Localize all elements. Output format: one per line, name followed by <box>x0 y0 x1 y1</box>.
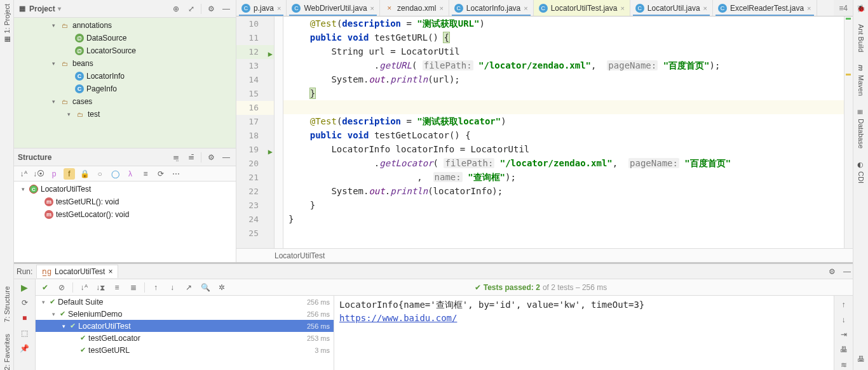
code-line[interactable]: @Test(description = "测试获取URL") <box>283 17 844 30</box>
maven-tool-button[interactable]: mMaven <box>857 63 865 96</box>
test-row[interactable]: ✔testGetLocator253 ms <box>36 332 334 344</box>
favorites-tool-button[interactable]: 2: Favorites <box>3 334 11 370</box>
show-inherited-icon[interactable]: 🔒 <box>79 168 90 180</box>
gutter-line[interactable]: 19▶ <box>236 143 274 157</box>
close-icon[interactable]: × <box>370 4 374 12</box>
editor-tab[interactable]: CLocatorUtilTest.java× <box>534 0 630 16</box>
code-line[interactable] <box>283 226 844 240</box>
error-stripe[interactable] <box>844 17 853 248</box>
code-line[interactable]: LocatorInfo locatorInfo = LocatorUtil <box>283 142 844 156</box>
tree-item[interactable]: ▾🗀beans <box>14 57 236 70</box>
close-icon[interactable]: × <box>277 4 281 12</box>
sort-alpha-icon[interactable]: ↓ᴬ <box>18 168 29 180</box>
scroll-top-icon[interactable]: ↑ <box>838 300 850 310</box>
expand-icon[interactable]: ≡ <box>140 168 151 180</box>
tree-item[interactable]: ▾🗀test <box>14 108 236 121</box>
show-anon-icon[interactable]: ○ <box>94 168 105 180</box>
fold-column[interactable] <box>275 17 283 248</box>
locate-icon[interactable]: ⊕ <box>170 3 182 15</box>
test-row[interactable]: ▾✔LocatorUtilTest256 ms <box>36 320 334 332</box>
stop-icon[interactable]: ■ <box>19 312 31 324</box>
code-line[interactable]: } <box>283 86 844 100</box>
autoscroll-source-icon[interactable]: ⋯ <box>170 168 182 180</box>
bug-icon[interactable]: 🐞 <box>857 4 865 13</box>
code-line[interactable]: @Test(description = "测试获取locator") <box>283 114 844 128</box>
chevron-icon[interactable]: ▾ <box>50 98 57 105</box>
toggle-auto-icon[interactable]: ⟳ <box>19 297 31 308</box>
tree-item[interactable]: CPageInfo <box>14 83 236 95</box>
collapse-icon[interactable]: ⤢ <box>186 3 197 15</box>
code-line[interactable]: .getURL( filePath: "/locator/zendao.xml"… <box>283 58 844 72</box>
show-passed-icon[interactable]: ✔ <box>39 282 51 293</box>
chevron-icon[interactable]: ▾ <box>60 323 67 329</box>
ant-tool-button[interactable]: Ant Build <box>857 24 865 52</box>
tree-item[interactable]: @DataSource <box>14 32 236 44</box>
run-tab[interactable]: n̲gLocatorUtilTest× <box>36 265 118 278</box>
editor-tab[interactable]: CExcelReaderTest.java× <box>713 0 817 16</box>
code-line[interactable]: String url = LocatorUtil <box>283 44 844 58</box>
sort-icon[interactable]: ↓ᴬ <box>78 282 90 293</box>
gutter-line[interactable]: 14 <box>236 73 274 87</box>
project-tool-button[interactable]: ▦1: Project <box>3 4 11 44</box>
tree-item[interactable]: mtestGetLocator(): void <box>14 208 236 221</box>
gutter-line[interactable]: 25 <box>236 227 274 241</box>
test-tree[interactable]: ▾✔Default Suite256 ms▾✔SeleniumDemo256 m… <box>36 296 334 370</box>
close-icon[interactable]: × <box>108 267 112 276</box>
gear-icon[interactable]: ⚙ <box>205 3 217 15</box>
code-line[interactable]: public void testGetURL() { <box>283 30 844 44</box>
gutter-line[interactable]: 18 <box>236 129 274 143</box>
tree-item[interactable]: CLocatorInfo <box>14 70 236 83</box>
chevron-icon[interactable]: ▾ <box>39 299 47 305</box>
breadcrumb[interactable]: LocatorUtilTest <box>236 248 853 262</box>
hide-icon[interactable]: — <box>220 152 232 163</box>
gutter-line[interactable]: 24 <box>236 213 274 227</box>
structure-tree[interactable]: ▾CLocatorUtilTestmtestGetURL(): voidmtes… <box>14 182 236 262</box>
hide-icon[interactable]: — <box>841 266 853 277</box>
gutter-line[interactable]: 20 <box>236 157 274 171</box>
cdi-tool-button[interactable]: ◐CDI <box>857 160 865 183</box>
gutter-line[interactable]: 21 <box>236 171 274 185</box>
code-line[interactable]: System.out.println(locatorInfo); <box>283 184 844 198</box>
editor-gutter[interactable]: 101112▶13141516171819▶202122232425 <box>236 17 275 248</box>
tree-item[interactable]: ▾🗀cases <box>14 95 236 108</box>
dump-icon[interactable]: ⬚ <box>19 327 31 339</box>
gear-icon[interactable]: ⚙ <box>826 266 837 277</box>
chevron-icon[interactable]: ▾ <box>65 111 72 117</box>
show-ignored-icon[interactable]: ⊘ <box>56 282 67 293</box>
show-properties-icon[interactable]: p <box>48 168 60 180</box>
sort-visibility-icon[interactable]: ↓⦿ <box>33 168 44 180</box>
next-icon[interactable]: ↓ <box>166 282 178 293</box>
test-row[interactable]: ▾✔SeleniumDemo256 ms <box>36 308 334 320</box>
project-pane-title[interactable]: ▦Project ▾ <box>18 4 61 13</box>
print-icon[interactable]: 🖶 <box>838 345 850 355</box>
gutter-line[interactable]: 11 <box>236 31 274 45</box>
code-line[interactable]: System.out.println(url); <box>283 72 844 86</box>
tab-overflow[interactable]: ≡4 <box>834 0 853 16</box>
gutter-line[interactable]: 17 <box>236 115 274 129</box>
tree-item[interactable]: ▾CLocatorUtilTest <box>14 183 236 195</box>
autoscroll-icon[interactable]: ⟳ <box>155 168 166 180</box>
tree-item[interactable]: @LocatorSource <box>14 44 236 57</box>
gutter-line[interactable]: 15 <box>236 87 274 101</box>
rerun-icon[interactable]: ▶ <box>19 282 31 293</box>
tree-item[interactable]: ▾🗀annotations <box>14 19 236 32</box>
close-icon[interactable]: × <box>703 4 707 12</box>
close-icon[interactable]: × <box>620 4 624 12</box>
hide-icon[interactable]: — <box>220 3 232 15</box>
editor-tab[interactable]: CLocatorInfo.java× <box>449 0 534 16</box>
collapse-all-icon[interactable]: ≡̄ <box>186 152 197 163</box>
close-icon[interactable]: × <box>524 4 527 12</box>
code-line[interactable]: } <box>283 198 844 212</box>
gutter-line[interactable]: 22 <box>236 185 274 199</box>
chevron-icon[interactable]: ▾ <box>50 311 57 317</box>
structure-tool-button[interactable]: 7: Structure <box>3 286 11 322</box>
editor-tab[interactable]: CLocatorUtil.java× <box>630 0 713 16</box>
code-line[interactable]: } <box>283 212 844 226</box>
chevron-icon[interactable]: ▾ <box>50 60 57 67</box>
close-icon[interactable]: × <box>807 4 811 12</box>
export-icon[interactable]: ↗ <box>183 282 194 293</box>
show-lambda-icon[interactable]: ◯ <box>109 168 121 180</box>
test-row[interactable]: ✔testGetURL3 ms <box>36 344 334 356</box>
code-line[interactable] <box>283 100 844 114</box>
show-nonpublic-icon[interactable]: λ <box>125 168 136 180</box>
